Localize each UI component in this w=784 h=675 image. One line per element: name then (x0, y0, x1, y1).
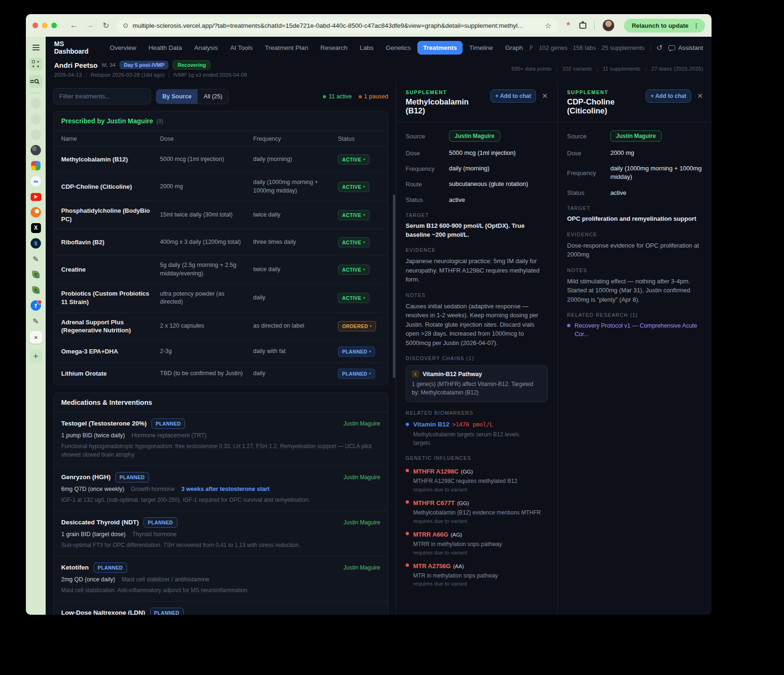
gene-link[interactable]: MTR A2756G (413, 562, 451, 570)
status-badge[interactable]: ACTIVE▾ (338, 265, 369, 275)
biomarker-link[interactable]: Vitamin B12 (413, 421, 449, 428)
tab-labs[interactable]: Labs (354, 41, 379, 55)
tab-analysis[interactable]: Analysis (189, 41, 224, 55)
table-row[interactable]: Phosphatidylcholine (BodyBio PC) 15ml tw… (54, 201, 388, 229)
gene-link[interactable]: MTRR A66G (413, 531, 448, 538)
maximize-window-button[interactable] (51, 23, 57, 28)
tab-genetics[interactable]: Genetics (380, 41, 416, 55)
close-panel-icon[interactable]: ✕ (542, 92, 548, 100)
money-plant-icon[interactable] (30, 284, 41, 296)
by-source-button[interactable]: By Source (156, 89, 198, 104)
all-button[interactable]: All (25) (198, 89, 229, 104)
status-badge[interactable]: ACTIVE▾ (338, 154, 369, 165)
research-link[interactable]: Recovery Protocol v1 — Comprehensive Acu… (575, 322, 703, 338)
reload-icon[interactable]: ↻ (100, 21, 112, 31)
planned-badge[interactable]: PLANNED (94, 562, 128, 573)
table-row[interactable]: Lithium Orotate TBD (to be confirmed by … (54, 362, 388, 385)
tab-treatments[interactable]: Treatments (417, 41, 463, 55)
medication-row[interactable]: Genryzon (HGH) PLANNED Justin Maguire 6m… (54, 466, 388, 511)
extension-icon[interactable]: * (567, 23, 570, 28)
tab-graph[interactable]: Graph (500, 41, 529, 55)
supplement-detail-panel-b12: SUPPLEMENT Methylcobalamin (B12) + Add t… (396, 82, 557, 615)
table-row[interactable]: Probiotics (Custom Probiotics 11 Strain)… (54, 283, 388, 312)
minimize-window-button[interactable] (42, 23, 48, 28)
source-pill[interactable]: Justin Maguire (610, 130, 662, 142)
planned-badge[interactable]: PLANNED (150, 608, 184, 615)
tab-ai-tools[interactable]: AI Tools (224, 41, 258, 55)
close-window-button[interactable] (32, 23, 38, 28)
extensions-puzzle-icon[interactable] (579, 23, 586, 29)
tab-timeline[interactable]: Timeline (464, 41, 499, 55)
money-plant-icon[interactable] (30, 269, 41, 280)
discovery-chain-card[interactable]: ! Vitamin-B12 Pathway 1 gene(s) (MTHFR) … (406, 365, 548, 402)
status-badge[interactable]: PLANNED▾ (338, 369, 375, 379)
facebook-icon[interactable]: f (30, 300, 41, 311)
new-tab-button[interactable]: + (30, 350, 42, 362)
youtube-icon[interactable] (30, 191, 41, 202)
profile-avatar[interactable] (602, 19, 615, 32)
table-row[interactable]: Creatine 5g daily (2.5g morning + 2.5g m… (54, 255, 388, 283)
status-badge[interactable]: ACTIVE▾ (338, 293, 369, 303)
table-row[interactable]: Riboflavin (B2) 400mg x 3 daily (1200mg … (54, 229, 388, 255)
relaunch-button[interactable]: Relaunch to update ⋮ (624, 19, 705, 32)
tab-overview[interactable]: Overview (104, 41, 142, 55)
table-row[interactable]: CDP-Choline (Citicoline) 2000 mg daily (… (54, 172, 388, 201)
kebab-menu-icon[interactable]: ⋮ (693, 22, 699, 29)
x-twitter-icon[interactable]: X (30, 222, 41, 233)
pencil-icon[interactable]: ✎ (30, 253, 41, 265)
finance-icon[interactable]: $ (30, 238, 41, 249)
search-tabs-icon[interactable] (29, 75, 42, 88)
status-badge[interactable]: PLANNED▾ (338, 346, 375, 357)
add-to-chat-button[interactable]: + Add to chat (646, 89, 692, 103)
evidence-text: Dose-response evidence for OPC prolifera… (567, 241, 703, 259)
table-row[interactable]: Omega-3 EPA+DHA 2-3g daily with fat PLAN… (54, 340, 388, 362)
forward-icon[interactable]: → (84, 21, 96, 30)
planned-badge[interactable]: PLANNED (144, 517, 177, 528)
crunchyroll-icon[interactable] (30, 207, 41, 218)
status-badge[interactable]: ACTIVE▾ (338, 210, 369, 220)
tab-placeholder-icon[interactable] (30, 129, 41, 140)
status-badge[interactable]: ACTIVE▾ (338, 182, 369, 192)
history-refresh-icon[interactable]: ↺ (656, 43, 663, 52)
medication-row[interactable]: Low-Dose Naltrexone (LDN) PLANNED 1.5mg … (54, 601, 388, 615)
tab-placeholder-icon[interactable] (30, 98, 41, 109)
planned-badge[interactable]: PLANNED (152, 418, 185, 429)
gene-influence: MTHFR C677T(GG) Methylcobalamin (B12) ev… (406, 498, 548, 524)
back-icon[interactable]: ← (68, 21, 80, 30)
tab-research[interactable]: Research (315, 41, 353, 55)
medications-title: Medications & Interventions (61, 399, 152, 406)
table-row[interactable]: Adrenal Support Plus (Regenerative Nutri… (54, 312, 388, 340)
medication-row[interactable]: Desiccated Thyroid (NDT) PLANNED Justin … (54, 511, 388, 556)
close-tab-button[interactable]: × (30, 331, 42, 344)
assistant-button[interactable]: Assistant (668, 44, 703, 51)
filter-treatments-input[interactable] (53, 88, 151, 104)
add-to-chat-button[interactable]: + Add to chat (490, 89, 536, 103)
table-row[interactable]: Methylcobalamin (B12) 5000 mcg (1ml inje… (54, 146, 388, 172)
pencil-icon[interactable]: ✎ (30, 315, 41, 327)
address-bar[interactable]: ⊙ multiple-sclerosis.vercel.app/?tab=tre… (116, 18, 558, 33)
tab-placeholder-icon[interactable] (30, 113, 41, 125)
sidebar-toggle-icon[interactable] (30, 42, 41, 53)
google-maps-icon[interactable] (30, 160, 41, 171)
gene-link[interactable]: MTHFR A1298C (413, 468, 458, 475)
planned-badge[interactable]: PLANNED (115, 472, 149, 482)
tab-treatment-plan[interactable]: Treatment Plan (259, 41, 314, 55)
status-badge[interactable]: ACTIVE▾ (338, 237, 369, 248)
scrollbar-thumb[interactable] (393, 194, 395, 378)
bookmark-star-icon[interactable]: ☆ (545, 21, 552, 30)
data-summary-stats: 695+ data points| 102 variants| 11 suppl… (512, 60, 703, 72)
relaunch-label: Relaunch to update (632, 22, 688, 29)
medication-row[interactable]: Ketotifen PLANNED Justin Maguire 2mg QD … (54, 556, 388, 601)
gene-link[interactable]: MTHFR C677T (413, 499, 455, 506)
site-info-icon[interactable]: ⊙ (123, 22, 128, 29)
globe-icon[interactable] (30, 145, 41, 156)
source-pill[interactable]: Justin Maguire (449, 130, 500, 142)
apps-grid-icon[interactable] (29, 57, 42, 71)
status-badge[interactable]: ORDERED▾ (338, 321, 376, 331)
tab-health-data[interactable]: Health Data (143, 41, 188, 55)
close-panel-icon[interactable]: ✕ (697, 92, 703, 100)
ita-icon[interactable]: ita (30, 176, 41, 187)
timing-link[interactable]: 3 weeks after testosterone start (181, 486, 270, 492)
table-header: Name Dose Frequency Status Timeline (54, 131, 388, 146)
medication-row[interactable]: Testogel (Testosterone 20%) PLANNED Just… (54, 412, 388, 466)
